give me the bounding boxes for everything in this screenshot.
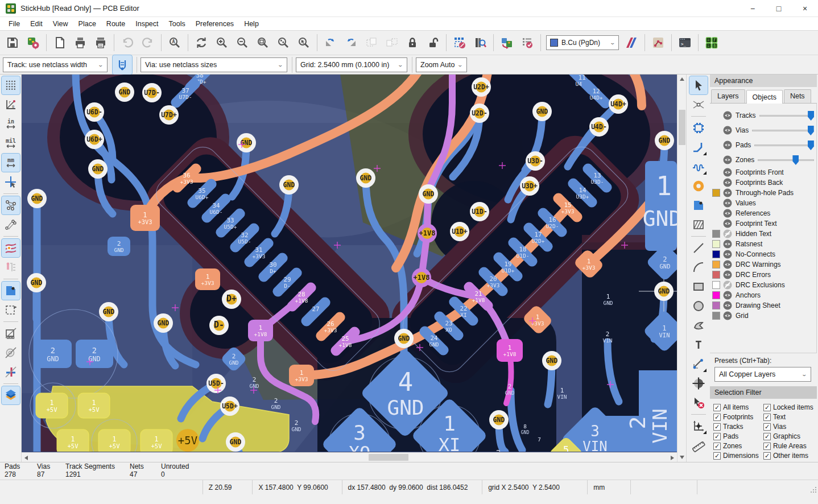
visibility-eye-icon[interactable] — [723, 199, 732, 208]
net-highlight-mode-button[interactable] — [2, 239, 20, 257]
color-swatch[interactable] — [712, 291, 720, 299]
visibility-eye-icon[interactable] — [723, 188, 732, 197]
zoom-fit-button[interactable] — [253, 33, 272, 52]
zoom-objects-button[interactable] — [274, 33, 293, 52]
color-swatch[interactable] — [712, 250, 720, 258]
refresh-button[interactable] — [192, 33, 211, 52]
net-highlight-button[interactable] — [648, 33, 668, 52]
group-button[interactable] — [362, 33, 381, 52]
draw-polygon-button[interactable] — [689, 316, 708, 334]
delete-tool-button[interactable] — [689, 394, 708, 412]
close-button[interactable]: × — [792, 0, 818, 16]
flip-right-button[interactable] — [341, 33, 361, 52]
menu-place[interactable]: Place — [73, 18, 101, 30]
auto-track-width-toggle[interactable] — [113, 55, 132, 75]
draw-arc-button[interactable] — [689, 258, 708, 276]
visibility-eye-icon[interactable] — [723, 168, 732, 177]
zoom-out-button[interactable] — [233, 33, 252, 52]
hscroll-thumb[interactable] — [369, 454, 408, 461]
search-library-button[interactable] — [470, 33, 490, 52]
grid-origin-button[interactable] — [689, 417, 708, 435]
rule-area-button[interactable] — [689, 216, 708, 234]
visibility-eye-icon[interactable] — [723, 260, 732, 269]
horizontal-scrollbar[interactable] — [22, 452, 677, 462]
alignment-target-button[interactable] — [689, 374, 708, 393]
color-swatch[interactable] — [712, 281, 720, 289]
draw-zone-button[interactable] — [689, 196, 708, 214]
visibility-eye-icon[interactable] — [723, 270, 732, 279]
visibility-eye-icon[interactable] — [723, 311, 732, 320]
ratsnest-visibility-button[interactable] — [2, 196, 20, 214]
measure-tool-button[interactable] — [689, 436, 708, 455]
filter-pads[interactable]: ✓Pads — [713, 432, 763, 440]
page-settings-button[interactable] — [50, 33, 69, 52]
filter-text[interactable]: ✓Text — [763, 413, 816, 421]
plot-button[interactable] — [91, 33, 110, 52]
filter-footprints[interactable]: ✓Footprints — [713, 413, 763, 421]
cursor-shape-button[interactable] — [2, 173, 20, 191]
tab-layers[interactable]: Layers — [711, 89, 745, 103]
layer-selector[interactable]: B.Cu (PgDn)⌄ — [546, 35, 619, 50]
tune-length-button[interactable] — [689, 158, 708, 176]
grid-select[interactable]: Grid: 2.5400 mm (0.1000 in)⌄ — [296, 57, 407, 72]
grid-dots-button[interactable] — [2, 76, 20, 94]
menu-preferences[interactable]: Preferences — [191, 18, 239, 30]
visibility-eye-icon[interactable] — [723, 209, 732, 218]
unit-mm-button[interactable]: mm — [2, 154, 20, 172]
filter-other-items[interactable]: ✓Other items — [763, 452, 816, 460]
board-setup-button[interactable] — [23, 33, 43, 52]
filter-tracks[interactable]: ✓Tracks — [713, 423, 763, 431]
visibility-eye-icon[interactable] — [723, 280, 732, 290]
add-dimension-button[interactable] — [689, 355, 708, 373]
net-color-mode-button[interactable] — [2, 258, 20, 276]
filter-rule-areas[interactable]: ✓Rule Areas — [763, 442, 816, 450]
track-width-select[interactable]: Track: use netclass width⌄ — [3, 57, 108, 72]
visibility-eye-icon[interactable] — [723, 141, 732, 150]
presets-select[interactable]: All Copper Layers⌄ — [714, 367, 811, 382]
color-swatch[interactable] — [712, 261, 720, 268]
color-swatch[interactable] — [712, 312, 720, 320]
edit-footprints-button[interactable] — [450, 33, 469, 52]
redo-button[interactable] — [138, 33, 158, 52]
place-footprint-button[interactable] — [689, 119, 708, 137]
zoom-select[interactable]: Zoom Auto⌄ — [416, 57, 467, 72]
visibility-eye-icon[interactable] — [723, 229, 732, 238]
unit-in-button[interactable]: in — [2, 115, 20, 133]
color-swatch[interactable] — [712, 240, 720, 248]
layer-pair-button[interactable] — [622, 33, 641, 52]
opacity-slider[interactable] — [754, 141, 814, 150]
tab-nets[interactable]: Nets — [784, 89, 811, 103]
run-drc-button[interactable] — [518, 33, 537, 52]
zone-fill-button[interactable] — [2, 282, 20, 300]
draw-rectangle-button[interactable] — [689, 278, 708, 296]
zoom-selection-button[interactable] — [294, 33, 313, 52]
opacity-slider[interactable] — [758, 155, 814, 164]
ratsnest-curved-button[interactable] — [2, 216, 20, 234]
print-button[interactable] — [71, 33, 90, 52]
filter-graphics[interactable]: ✓Graphics — [763, 432, 816, 440]
visibility-eye-icon[interactable] — [723, 178, 732, 187]
python-console-button[interactable]: >_ — [675, 33, 695, 52]
filter-vias[interactable]: ✓Vias — [763, 423, 816, 431]
sketch-pads-button[interactable] — [2, 344, 20, 362]
via-size-select[interactable]: Via: use netclass sizes⌄ — [141, 57, 287, 72]
menu-route[interactable]: Route — [101, 18, 130, 30]
maximize-button[interactable]: □ — [766, 0, 792, 16]
local-ratsnest-button[interactable] — [689, 96, 708, 114]
menu-file[interactable]: File — [3, 18, 25, 30]
menu-tools[interactable]: Tools — [164, 18, 191, 30]
find-button[interactable]: A — [165, 33, 184, 52]
draw-circle-button[interactable] — [689, 297, 708, 315]
visibility-eye-icon[interactable] — [723, 126, 732, 135]
menu-edit[interactable]: Edit — [25, 18, 48, 30]
add-text-button[interactable]: T — [689, 336, 708, 354]
undo-button[interactable] — [118, 33, 137, 52]
save-button[interactable] — [3, 33, 22, 52]
visibility-eye-icon[interactable] — [723, 239, 732, 249]
vscroll-thumb[interactable] — [679, 110, 685, 145]
unit-mil-button[interactable]: mil — [2, 134, 20, 152]
lock-button[interactable] — [403, 33, 422, 52]
polar-coords-button[interactable]: rθ — [2, 96, 20, 114]
menu-view[interactable]: View — [48, 18, 73, 30]
visibility-eye-icon[interactable] — [723, 219, 732, 228]
